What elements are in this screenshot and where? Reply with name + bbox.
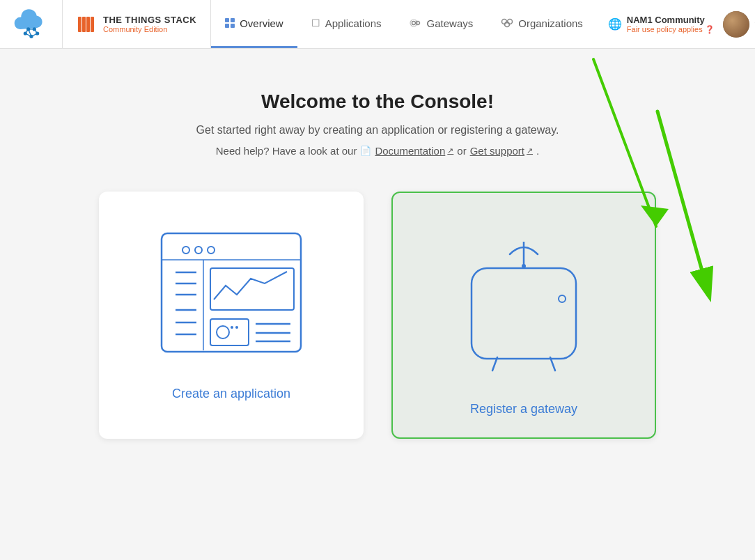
cards-section: Create an application Register a gateway [64,192,691,439]
community-info[interactable]: 🌐 NAM1 Community Fair use policy applies… [608,15,715,34]
organizations-icon [501,18,513,28]
applications-icon: ☐ [311,17,320,29]
register-gateway-label: Register a gateway [470,402,577,417]
brand-name: THE THINGS STACK [103,15,196,25]
svg-rect-13 [86,17,90,32]
nav-label-gateways: Gateways [427,17,474,29]
policy-text: Fair use policy applies ❓ [627,25,715,34]
create-application-label: Create an application [172,387,290,401]
ttn-logo-icon [13,6,49,42]
svg-point-26 [208,247,215,254]
community-name: NAM1 Community [627,15,715,25]
welcome-subtitle: Get started right away by creating an ap… [196,124,559,137]
svg-point-1 [29,34,33,38]
help-text: Need help? Have a look at our 📄 Document… [216,145,539,157]
nav-label-applications: Applications [325,17,382,29]
svg-point-18 [502,20,507,24]
main-content: Welcome to the Console! Get started righ… [0,49,755,467]
svg-point-46 [559,295,566,302]
overview-icon [225,18,235,28]
svg-rect-12 [82,17,86,32]
svg-point-25 [195,247,202,254]
svg-rect-14 [91,17,94,32]
page-title: Welcome to the Console! [261,91,494,113]
svg-rect-11 [78,17,81,32]
globe-icon: 🌐 [608,17,622,31]
nav-item-gateways[interactable]: Gateways [396,0,488,48]
nav-label-organizations: Organizations [518,17,583,29]
svg-point-24 [182,247,189,254]
svg-point-20 [505,22,510,27]
svg-point-37 [217,326,229,339]
logo-section [0,0,63,48]
external-link-icon: ↗ [447,146,453,155]
header: THE THINGS STACK Community Edition Overv… [0,0,755,49]
svg-point-19 [508,20,513,24]
external-link-icon-2: ↗ [527,146,533,155]
doc-icon: 📄 [360,146,371,156]
svg-rect-45 [472,268,576,359]
help-circle-icon: ❓ [705,25,715,34]
svg-point-39 [235,326,238,329]
create-application-card[interactable]: Create an application [99,192,364,439]
gateway-illustration [447,221,600,388]
svg-point-15 [412,22,415,25]
avatar [723,11,749,38]
brand-book-icon [77,14,98,35]
svg-point-17 [416,22,419,25]
gateways-icon [410,18,422,28]
nav-item-overview[interactable]: Overview [211,0,297,48]
main-nav: Overview ☐ Applications Gateways Organiz… [211,0,597,48]
nav-item-organizations[interactable]: Organizations [487,0,597,48]
brand-edition: Community Edition [103,25,196,33]
nav-item-applications[interactable]: ☐ Applications [297,0,396,48]
application-illustration [148,219,315,373]
documentation-link[interactable]: Documentation ↗ [375,145,453,157]
brand-section[interactable]: THE THINGS STACK Community Edition [63,0,211,48]
nav-label-overview: Overview [240,17,283,29]
support-link[interactable]: Get support ↗ [470,145,533,157]
brand-text: THE THINGS STACK Community Edition [103,15,196,33]
register-gateway-card[interactable]: Register a gateway [391,192,656,439]
header-right: 🌐 NAM1 Community Fair use policy applies… [597,11,755,38]
svg-point-38 [231,326,233,329]
avatar-section[interactable]: ▼ [723,11,755,38]
